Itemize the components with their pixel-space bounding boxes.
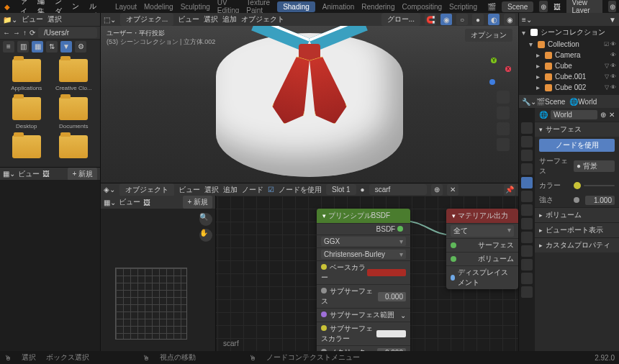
outliner-icon[interactable]: ≡⌄ [522, 16, 532, 24]
snap-icon[interactable]: 🧲 [425, 14, 436, 25]
filter-funnel-icon[interactable]: ▼ [609, 16, 616, 24]
nav-gizmo[interactable]: X Y [481, 55, 511, 85]
path-field[interactable]: /Users/r [38, 27, 97, 38]
volume-panel[interactable]: ▸ ボリューム [535, 207, 619, 222]
tab-render[interactable] [521, 122, 533, 134]
ws-anim[interactable]: Animation [322, 3, 354, 11]
uv-grid[interactable] [115, 268, 187, 340]
volume-socket[interactable]: ボリューム [478, 254, 514, 264]
vp-mode[interactable]: オブジェク... [120, 13, 173, 26]
tab-modifier[interactable] [521, 204, 533, 216]
uv-editor-icon[interactable]: ▦⌄ [104, 199, 116, 206]
scene-new-icon[interactable]: ⊕ [539, 1, 547, 12]
folder-5[interactable] [6, 135, 48, 161]
sss-select[interactable]: Christensen-Burley [321, 250, 406, 259]
pin-icon[interactable]: 📌 [504, 184, 515, 196]
sh-node[interactable]: ノード [242, 185, 263, 195]
tab-object[interactable] [521, 191, 533, 202]
target-select[interactable]: 全て [451, 225, 514, 237]
ws-texpaint[interactable]: Texture Paint [246, 0, 270, 14]
ws-script[interactable]: Scripting [449, 3, 477, 11]
bg-color-swatch[interactable] [584, 185, 615, 186]
folder-creative[interactable]: Creative Clo... [53, 59, 95, 91]
sh-select[interactable]: 選択 [204, 185, 219, 195]
tab-particle[interactable] [521, 218, 533, 229]
surface-shader[interactable]: ● 背景 [574, 160, 615, 172]
ws-layout[interactable]: Layout [115, 3, 137, 11]
view-grid-icon[interactable]: ▦ [32, 41, 43, 53]
solid-shade-icon[interactable]: ● [472, 14, 484, 25]
tab-physics[interactable] [521, 232, 533, 243]
matprev-shade-icon[interactable]: ◐ [488, 14, 500, 25]
ws-shading[interactable]: Shading [277, 1, 315, 12]
nav-fwd-icon[interactable]: → [13, 29, 20, 37]
vp-view[interactable]: ビュー [178, 14, 199, 24]
uv-view[interactable]: ビュー [119, 197, 140, 207]
fb-view[interactable]: ビュー [22, 14, 43, 24]
tab-texture[interactable] [521, 286, 533, 298]
world-datablock[interactable]: World [551, 110, 597, 119]
sh-add[interactable]: 追加 [223, 185, 238, 195]
mat-unlink-icon[interactable]: ✕ [447, 184, 458, 196]
fb-select[interactable]: 選択 [48, 14, 62, 24]
axis-z-icon[interactable] [489, 79, 495, 85]
vp-options[interactable]: オプション [465, 29, 512, 42]
use-nodes-check[interactable]: ☑ [268, 186, 274, 194]
nav-back-icon[interactable]: ← [3, 29, 10, 37]
use-nodes-button[interactable]: ノードを使用 [539, 139, 615, 152]
settings-icon[interactable]: ⚙ [75, 41, 86, 53]
scene-field[interactable]: Scene [502, 1, 533, 12]
filter-icon[interactable]: ▼ [60, 41, 72, 53]
tab-viewlayer[interactable] [521, 150, 533, 161]
vp-select[interactable]: 選択 [204, 14, 218, 24]
ws-sculpting[interactable]: Sculpting [181, 3, 210, 11]
custom-panel[interactable]: ▸ カスタムプロパティ [535, 237, 619, 252]
outliner[interactable]: ▾シーンコレクション ▾Collection☑👁 ▸Camera👁 ▸Cube▽… [519, 26, 619, 95]
wire-shade-icon[interactable]: ○ [456, 14, 468, 25]
sort-icon[interactable]: ⇅ [46, 41, 58, 53]
vp-editor-icon[interactable]: ⬚⌄ [104, 16, 116, 24]
ws-uv[interactable]: UV Editing [217, 0, 240, 14]
axis-y-icon[interactable]: Y [491, 58, 497, 63]
pan-icon[interactable] [497, 106, 510, 119]
viewport-panel[interactable]: ▸ ビューポート表示 [535, 222, 619, 237]
axis-x-icon[interactable]: X [505, 66, 511, 72]
node-principled-bsdf[interactable]: ▾ プリンシプルBSDF BSDF GGX Christensen-Burley… [317, 209, 410, 364]
uv-hand-icon[interactable]: ✋ [199, 229, 212, 242]
vp-object[interactable]: オブジェクト [241, 14, 284, 24]
uv-zoom-icon[interactable]: 🔍 [199, 213, 212, 226]
surface-socket[interactable]: サーフェス [478, 240, 514, 250]
folder-6[interactable] [53, 135, 95, 161]
ws-comp[interactable]: Compositing [402, 3, 442, 11]
render-shade-icon[interactable]: ◉ [504, 14, 515, 25]
ws-render[interactable]: Rendering [361, 3, 394, 11]
strength-val[interactable]: 1.000 [585, 196, 615, 205]
img-new-button[interactable]: + 新規 [68, 168, 97, 181]
vp-global[interactable]: グロー... [381, 13, 420, 26]
zoom-icon[interactable] [497, 91, 510, 104]
ws-modeling[interactable]: Modeling [144, 3, 173, 11]
viewport-3d[interactable]: ユーザー・平行投影 (53) シーンコレクション | 立方体.002 オプション… [101, 26, 518, 183]
view-list-icon[interactable]: ≡ [3, 41, 14, 53]
shader-editor-icon[interactable]: ◈⌄ [104, 186, 115, 194]
overlay-icon[interactable]: ◉ [440, 14, 452, 25]
mat-new-icon[interactable]: ⊕ [431, 184, 443, 196]
editor-type-icon[interactable]: ▦⌄ [3, 170, 15, 178]
sss-color-swatch[interactable] [376, 330, 406, 337]
folder-documents[interactable]: Documents [53, 97, 95, 129]
uv-new-button[interactable]: + 新規 [183, 196, 212, 209]
world-del-icon[interactable]: ✕ [609, 111, 615, 119]
tab-output[interactable] [521, 136, 533, 147]
tab-data[interactable] [521, 259, 533, 270]
material-name[interactable]: scarf [369, 184, 427, 195]
img-icon[interactable]: 🖼 [42, 170, 50, 178]
color-socket-icon[interactable] [574, 182, 581, 189]
node-material-output[interactable]: ▾ マテリアル出力 全て サーフェス ボリューム ディスプレイスメント [446, 209, 518, 289]
tab-world[interactable] [521, 177, 533, 188]
slot-select[interactable]: Slot 1 [326, 184, 356, 195]
sh-view[interactable]: ビュー [179, 185, 200, 195]
tab-constraint[interactable] [521, 245, 533, 257]
nav-up-icon[interactable]: ↑ [23, 29, 27, 37]
vp-add[interactable]: 追加 [222, 14, 237, 24]
img-view[interactable]: ビュー [18, 169, 40, 179]
